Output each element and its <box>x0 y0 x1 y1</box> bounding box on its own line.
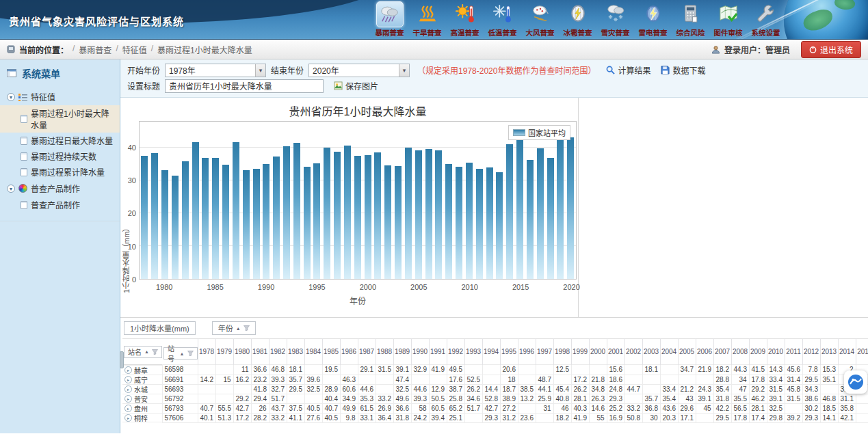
bar-2014[interactable] <box>506 144 513 279</box>
year-column-header[interactable]: 2004 <box>660 339 678 365</box>
bar-2010[interactable] <box>466 163 473 279</box>
bar-1998[interactable] <box>344 146 351 280</box>
year-column-header[interactable]: 1996 <box>518 339 536 365</box>
bar-1984[interactable] <box>202 158 209 279</box>
breadcrumb-item[interactable]: 暴雨普查 <box>79 44 111 55</box>
collapse-icon[interactable]: ▼ <box>7 185 15 193</box>
year-column-header[interactable]: 1982 <box>269 339 287 365</box>
data-download-button[interactable]: 数据下载 <box>661 64 705 76</box>
year-column-header[interactable]: 2013 <box>820 339 838 365</box>
year-column-header[interactable]: 2000 <box>589 339 607 365</box>
year-column-header[interactable]: 1980 <box>233 339 251 365</box>
chart-legend[interactable]: 国家站平均 <box>508 125 570 140</box>
bar-2019[interactable] <box>557 135 564 279</box>
tree-item[interactable]: 暴雨过程1小时最大降水量 <box>0 105 120 133</box>
nav-item-cold[interactable]: 低温普查 <box>484 1 521 38</box>
bar-1992[interactable] <box>283 146 290 279</box>
bar-1985[interactable] <box>212 158 219 279</box>
year-column-header[interactable]: 2007 <box>713 339 731 365</box>
bar-2015[interactable] <box>516 140 523 279</box>
chevron-down-icon[interactable]: ▾ <box>399 64 409 77</box>
filter-icon[interactable] <box>244 325 250 331</box>
year-column-header[interactable]: 2001 <box>607 339 624 365</box>
bar-1995[interactable] <box>313 163 320 279</box>
sort-asc-icon[interactable]: ▲ <box>236 326 241 331</box>
year-column-header[interactable]: 1979 <box>215 339 233 365</box>
year-column-header[interactable]: 1985 <box>322 339 340 365</box>
expand-row-icon[interactable]: ▸ <box>124 376 132 383</box>
bar-2009[interactable] <box>456 167 462 279</box>
year-column-header[interactable]: 2015 <box>856 339 868 365</box>
year-column-header[interactable]: 1997 <box>536 339 553 365</box>
expand-row-icon[interactable]: ▸ <box>124 385 132 393</box>
year-column-header[interactable]: 1986 <box>340 339 358 365</box>
column-field-box[interactable]: 年份 ▲ <box>212 321 256 335</box>
row-field-name-box[interactable]: 站名 ▲ <box>124 346 162 358</box>
station-name-cell[interactable]: ▸桐梓 <box>122 413 162 422</box>
start-year-select[interactable]: 1978年 ▾ <box>165 64 266 77</box>
year-column-header[interactable]: 2002 <box>624 339 642 365</box>
sort-asc-icon[interactable]: ▲ <box>180 351 185 356</box>
bar-1993[interactable] <box>293 143 300 279</box>
year-column-header[interactable]: 2012 <box>802 339 820 365</box>
breadcrumb-item[interactable]: 特征值 <box>122 44 147 55</box>
nav-item-rainstorm[interactable]: 暴雨普查 <box>371 1 408 38</box>
measure-field-box[interactable]: 1小时降水量(mm) <box>124 321 196 335</box>
floating-widget[interactable] <box>844 370 867 394</box>
nav-item-settings[interactable]: 系统设置 <box>747 1 785 38</box>
station-name-cell[interactable]: ▸水城 <box>122 384 162 394</box>
tree-item[interactable]: 暴雨过程日最大降水量 <box>0 133 120 148</box>
bar-2017[interactable] <box>537 148 544 279</box>
year-column-header[interactable]: 1981 <box>251 339 269 365</box>
bar-2012[interactable] <box>486 167 493 279</box>
year-column-header[interactable]: 1999 <box>571 339 589 365</box>
bar-1994[interactable] <box>304 167 311 279</box>
year-column-header[interactable]: 1989 <box>393 339 411 365</box>
bar-2011[interactable] <box>476 169 483 279</box>
tree-item[interactable]: 暴雨过程累计降水量 <box>0 164 120 180</box>
chevron-down-icon[interactable]: ▾ <box>255 64 265 77</box>
nav-item-lightning[interactable]: 雷电普查 <box>634 1 672 38</box>
nav-item-hail[interactable]: 冰雹普查 <box>559 1 596 38</box>
year-column-header[interactable]: 2014 <box>838 339 856 365</box>
year-column-header[interactable]: 2009 <box>749 339 767 365</box>
year-column-header[interactable]: 1978 <box>198 339 215 365</box>
expand-row-icon[interactable]: ▸ <box>124 405 132 412</box>
chart-title-input[interactable] <box>165 79 324 93</box>
logout-button[interactable]: 退出系统 <box>801 41 861 58</box>
station-name-cell[interactable]: ▸赫章 <box>122 365 162 375</box>
bar-2004[interactable] <box>405 148 412 279</box>
year-column-header[interactable]: 1998 <box>553 339 571 365</box>
bar-1983[interactable] <box>192 142 199 279</box>
year-column-header[interactable]: 2003 <box>642 339 660 365</box>
bar-2006[interactable] <box>425 149 432 279</box>
bar-1979[interactable] <box>151 153 158 279</box>
year-column-header[interactable]: 1984 <box>304 339 322 365</box>
station-name-cell[interactable]: ▸盘州 <box>122 403 162 413</box>
bar-2007[interactable] <box>435 150 442 279</box>
year-column-header[interactable]: 2010 <box>767 339 785 365</box>
year-column-header[interactable]: 2005 <box>678 339 696 365</box>
row-field-id-box[interactable]: 站号 ▲ <box>163 347 198 360</box>
year-column-header[interactable]: 2008 <box>731 339 749 365</box>
filter-icon[interactable] <box>187 351 194 356</box>
nav-item-snow[interactable]: 雪灾普查 <box>596 1 634 38</box>
bar-2005[interactable] <box>415 150 422 279</box>
bar-1981[interactable] <box>172 176 179 279</box>
save-image-button[interactable]: 保存图片 <box>334 80 378 92</box>
bar-2002[interactable] <box>384 165 391 279</box>
expand-row-icon[interactable]: ▸ <box>124 414 132 422</box>
year-column-header[interactable]: 1995 <box>500 339 518 365</box>
year-column-header[interactable]: 1988 <box>376 339 393 365</box>
tree-group-1[interactable]: ▼普查产品制作 <box>0 180 120 197</box>
year-column-header[interactable]: 2011 <box>785 339 802 365</box>
year-column-header[interactable]: 1983 <box>287 339 304 365</box>
tree-item[interactable]: 普查产品制作 <box>0 197 120 213</box>
station-name-cell[interactable]: ▸威宁 <box>122 375 162 384</box>
year-column-header[interactable]: 1993 <box>464 339 482 365</box>
bar-1991[interactable] <box>273 157 280 279</box>
bar-1982[interactable] <box>182 161 189 279</box>
bar-2020[interactable] <box>567 137 574 279</box>
bar-1996[interactable] <box>324 148 330 279</box>
sort-asc-icon[interactable]: ▲ <box>144 349 149 354</box>
